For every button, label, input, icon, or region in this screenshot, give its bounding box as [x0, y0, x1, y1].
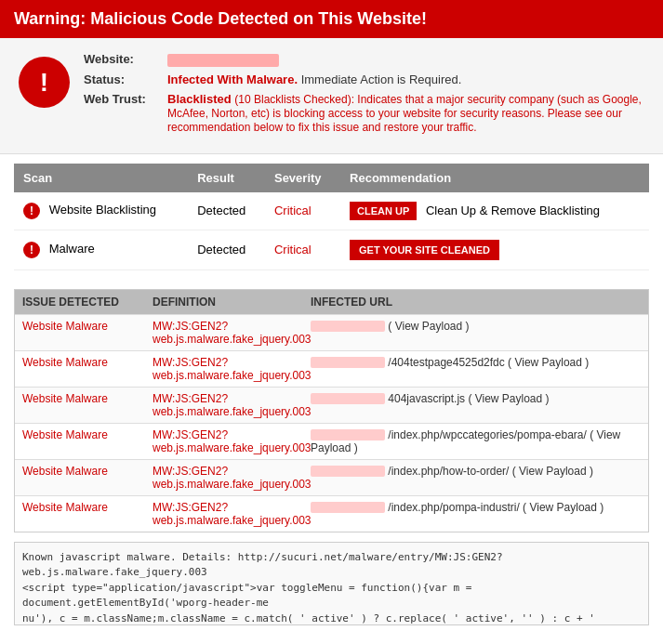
scan-table: Scan Result Severity Recommendation ! We… [14, 164, 649, 270]
def-link-1[interactable]: MW:JS:GEN2? [152, 465, 311, 478]
infected-table-header: ISSUE DETECTED DEFINITION INFECTED URL [15, 290, 648, 314]
result-cell-1: Detected [188, 192, 265, 230]
website-redacted [167, 54, 279, 67]
code-line-2: <script type="application/javascript">va… [22, 581, 641, 611]
infected-col-issue: ISSUE DETECTED [22, 296, 152, 309]
list-item: Website Malware MW:JS:GEN2? web.js.malwa… [15, 423, 648, 459]
code-block: Known javascript malware. Details: http:… [14, 542, 649, 625]
def-link-1[interactable]: MW:JS:GEN2? [152, 320, 311, 333]
url-cell: /index.php/wpccategories/pompa-ebara/ ( … [311, 428, 641, 454]
infected-section: ISSUE DETECTED DEFINITION INFECTED URL W… [14, 289, 649, 532]
header-bar: Warning: Malicious Code Detected on This… [0, 0, 663, 38]
url-cell: 404javascript.js ( View Payload ) [311, 392, 641, 418]
status-label: Status: [84, 72, 167, 86]
url-cell: /index.php/how-to-order/ ( View Payload … [311, 465, 641, 491]
url-redacted [311, 393, 385, 404]
def-cell: MW:JS:GEN2? web.js.malware.fake_jquery.0… [152, 465, 311, 491]
cleanup-button[interactable]: CLEAN UP [350, 202, 417, 220]
url-redacted [311, 429, 385, 440]
def-link-1[interactable]: MW:JS:GEN2? [152, 356, 311, 369]
trust-detail: (10 Blacklists Checked): Indicates that … [167, 93, 642, 134]
col-severity: Severity [265, 164, 340, 192]
def-link-2[interactable]: web.js.malware.fake_jquery.003 [152, 369, 311, 382]
issue-link[interactable]: Website Malware [22, 320, 152, 333]
issue-link[interactable]: Website Malware [22, 428, 152, 441]
url-redacted [311, 502, 385, 513]
infected-col-url: INFECTED URL [311, 296, 641, 309]
def-link-1[interactable]: MW:JS:GEN2? [152, 501, 311, 514]
status-value: Infected With Malware. Immediate Action … [167, 72, 461, 86]
url-redacted [311, 357, 385, 368]
issue-link[interactable]: Website Malware [22, 501, 152, 514]
def-link-2[interactable]: web.js.malware.fake_jquery.003 [152, 514, 311, 527]
url-redacted [311, 466, 385, 477]
status-row: Status: Infected With Malware. Immediate… [84, 72, 644, 86]
get-cleaned-button[interactable]: GET YOUR SITE CLEANED [350, 240, 499, 260]
website-label: Website: [84, 52, 167, 66]
warning-icon: ! [19, 57, 70, 108]
issue-link[interactable]: Website Malware [22, 465, 152, 478]
table-row: ! Malware Detected Critical GET YOUR SIT… [14, 230, 649, 269]
col-result: Result [188, 164, 265, 192]
def-cell: MW:JS:GEN2? web.js.malware.fake_jquery.0… [152, 501, 311, 527]
list-item: Website Malware MW:JS:GEN2? web.js.malwa… [15, 314, 648, 350]
url-cell: /index.php/pompa-industri/ ( View Payloa… [311, 501, 641, 527]
page-title: Warning: Malicious Code Detected on This… [14, 9, 649, 29]
def-link-2[interactable]: web.js.malware.fake_jquery.003 [152, 333, 311, 346]
col-scan: Scan [14, 164, 188, 192]
trust-label: Web Trust: [84, 92, 167, 106]
alert-icon-2: ! [23, 242, 40, 258]
code-line-1: Known javascript malware. Details: http:… [22, 550, 641, 581]
severity-cell-1: Critical [265, 192, 340, 230]
issue-cell: Website Malware [22, 465, 152, 491]
def-cell: MW:JS:GEN2? web.js.malware.fake_jquery.0… [152, 356, 311, 382]
def-cell: MW:JS:GEN2? web.js.malware.fake_jquery.0… [152, 428, 311, 454]
issue-cell: Website Malware [22, 320, 152, 346]
def-link-2[interactable]: web.js.malware.fake_jquery.003 [152, 405, 311, 418]
scan-cell-2: ! Malware [14, 230, 188, 269]
def-link-2[interactable]: web.js.malware.fake_jquery.003 [152, 441, 311, 454]
def-link-1[interactable]: MW:JS:GEN2? [152, 428, 311, 441]
website-value [167, 52, 279, 67]
infected-text: Infected With Malware. [167, 72, 298, 86]
url-redacted [311, 321, 385, 332]
info-section: ! Website: Status: Infected With Malware… [0, 38, 663, 154]
scan-table-header: Scan Result Severity Recommendation [14, 164, 649, 192]
issue-link[interactable]: Website Malware [22, 392, 152, 405]
scan-table-body: ! Website Blacklisting Detected Critical… [14, 192, 649, 270]
scan-cell-1: ! Website Blacklisting [14, 192, 188, 230]
issue-link[interactable]: Website Malware [22, 356, 152, 369]
severity-cell-2: Critical [265, 230, 340, 269]
result-cell-2: Detected [188, 230, 265, 269]
col-recommendation: Recommendation [340, 164, 649, 192]
recommendation-cell-2: GET YOUR SITE CLEANED [340, 230, 649, 269]
info-table: Website: Status: Infected With Malware. … [84, 52, 644, 139]
scan-section: Scan Result Severity Recommendation ! We… [0, 154, 663, 280]
url-cell: ( View Payload ) [311, 320, 641, 346]
recommendation-cell-1: CLEAN UP Clean Up & Remove Blacklisting [340, 192, 649, 230]
list-item: Website Malware MW:JS:GEN2? web.js.malwa… [15, 495, 648, 532]
url-cell: /404testpage4525d2fdc ( View Payload ) [311, 356, 641, 382]
trust-row: Web Trust: Blacklisted (10 Blacklists Ch… [84, 92, 644, 134]
infected-col-def: DEFINITION [152, 296, 311, 309]
list-item: Website Malware MW:JS:GEN2? web.js.malwa… [15, 459, 648, 495]
def-link-1[interactable]: MW:JS:GEN2? [152, 392, 311, 405]
def-link-2[interactable]: web.js.malware.fake_jquery.003 [152, 478, 311, 491]
issue-cell: Website Malware [22, 428, 152, 454]
trust-value: Blacklisted (10 Blacklists Checked): Ind… [167, 92, 644, 134]
issue-cell: Website Malware [22, 392, 152, 418]
issue-cell: Website Malware [22, 356, 152, 382]
code-line-3: nu'), c = m.className;m.className = c.ma… [22, 611, 641, 625]
def-cell: MW:JS:GEN2? web.js.malware.fake_jquery.0… [152, 392, 311, 418]
blacklisted-text: Blacklisted [167, 92, 232, 106]
def-cell: MW:JS:GEN2? web.js.malware.fake_jquery.0… [152, 320, 311, 346]
list-item: Website Malware MW:JS:GEN2? web.js.malwa… [15, 350, 648, 387]
issue-cell: Website Malware [22, 501, 152, 527]
list-item: Website Malware MW:JS:GEN2? web.js.malwa… [15, 387, 648, 423]
status-suffix: Immediate Action is Required. [301, 72, 462, 86]
table-row: ! Website Blacklisting Detected Critical… [14, 192, 649, 230]
website-row: Website: [84, 52, 644, 67]
alert-icon-1: ! [23, 203, 40, 219]
